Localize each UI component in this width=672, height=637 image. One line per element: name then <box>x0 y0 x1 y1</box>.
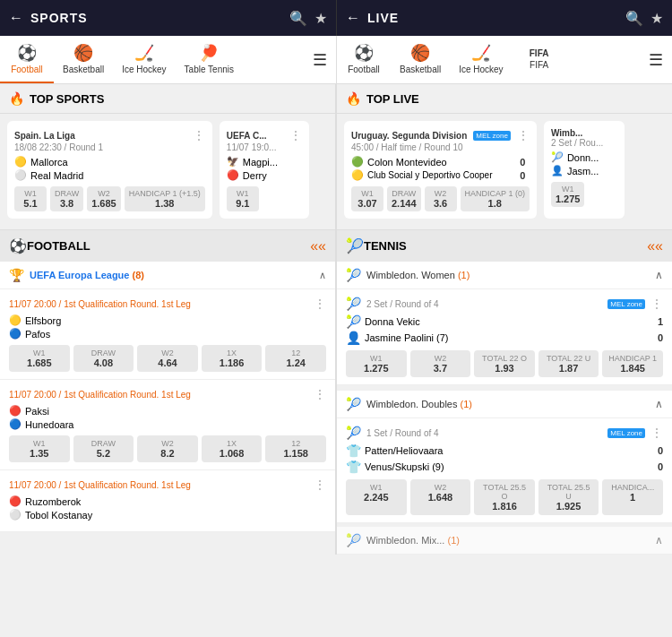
league-row-uefa[interactable]: 🏆 UEFA Europa League (8) ∧ <box>0 262 335 289</box>
tab-live-football[interactable]: ⚽ Football <box>337 36 391 83</box>
top-sports-card-1: Spain. La Liga ⋮ 18/08 22:30 / Round 1 🟡… <box>7 121 212 219</box>
odd-w1[interactable]: W1 2.245 <box>346 479 407 515</box>
fire-icon: 🔥 <box>9 91 24 106</box>
top-sports-card1-team1: 🟡 Mallorca <box>14 156 205 168</box>
odd-draw[interactable]: DRAW 5.2 <box>73 435 134 462</box>
top-sports-header: 🔥 TOP SPORTS <box>0 84 335 114</box>
top-sports-cards: Spain. La Liga ⋮ 18/08 22:30 / Round 1 🟡… <box>0 114 335 226</box>
football-collapse-icon[interactable]: «« <box>310 238 326 254</box>
tab-sports-basketball[interactable]: 🏀 Basketball <box>54 36 113 83</box>
tab-sports-tabletennis[interactable]: 🏓 Table Tennis <box>176 36 243 83</box>
top-live-card-1: Uruguay. Segunda Division MEL zone ⋮ 45:… <box>344 121 537 219</box>
top-live-card1-dots[interactable]: ⋮ <box>517 128 530 142</box>
odd-w1[interactable]: W1 1.275 <box>346 350 407 377</box>
fifa-icon: FIFA <box>530 48 549 58</box>
jasmine-icon: 👤 <box>551 165 564 176</box>
top-live-card2-odds: W1 1.275 <box>551 182 617 207</box>
match-row-ruzomberok: 11/07 20:00 / 1st Qualification Round. 1… <box>0 470 335 532</box>
odd-total22o[interactable]: TOTAL 22 O 1.93 <box>474 350 535 377</box>
odd-12[interactable]: 12 1.158 <box>265 435 326 462</box>
top-live-cards: Uruguay. Segunda Division MEL zone ⋮ 45:… <box>337 114 672 226</box>
top-sports-card2-dots[interactable]: ⋮ <box>289 128 302 142</box>
top-live-title: TOP LIVE <box>366 92 419 106</box>
tab-sports-icehockey[interactable]: 🏒 Ice Hockey <box>113 36 175 83</box>
wimbledon-mixed-header: 🎾 Wimbledon. Mix... (1) ∧ <box>337 527 672 555</box>
league-chevron-uefa[interactable]: ∧ <box>319 270 326 281</box>
tab-sports-football[interactable]: ⚽ Football <box>0 36 54 83</box>
odd-box-handicap[interactable]: HANDICAP 1 (+1.5) 1.38 <box>125 186 205 211</box>
odd-w2[interactable]: W2 3.7 <box>410 350 471 377</box>
patten-icon: 👕 <box>346 443 361 458</box>
mel-zone-badge-3: MEL zone <box>607 428 645 438</box>
match-row-paksi-header: 11/07 20:00 / 1st Qualification Round. 1… <box>9 387 326 401</box>
odd-handicap-doubles[interactable]: HANDICA... 1 <box>602 479 663 515</box>
live-search-icon[interactable]: 🔍 <box>625 10 643 27</box>
odd-1x[interactable]: 1X 1.186 <box>202 345 263 372</box>
team-row-pafos: 🔵 Pafos <box>9 328 326 340</box>
odd-box-w1[interactable]: W1 9.1 <box>227 186 259 211</box>
wimbledon-mixed-chevron[interactable]: ∧ <box>655 534 663 547</box>
sports-back-arrow[interactable]: ← <box>9 10 23 26</box>
live-back-arrow[interactable]: ← <box>346 10 360 26</box>
tennis-section-header: 🎾 TENNIS «« <box>337 229 672 262</box>
odd-box[interactable]: W1 5.1 <box>14 186 47 211</box>
odd-handicap1[interactable]: HANDICAP 1 1.845 <box>602 350 663 377</box>
odd-box-w1[interactable]: W1 1.275 <box>551 182 585 207</box>
odd-12[interactable]: 12 1.24 <box>265 345 326 372</box>
football-icon: ⚽ <box>17 43 37 63</box>
team-row-elfsborg: 🟡 Elfsborg <box>9 314 326 326</box>
live-match-patten-dots[interactable]: ⋮ <box>650 426 663 440</box>
wimbledon-women-chevron[interactable]: ∧ <box>655 269 663 281</box>
odd-w2[interactable]: W2 8.2 <box>137 435 198 462</box>
match-time-ruzomberok: 11/07 20:00 / 1st Qualification Round. 1… <box>9 480 314 490</box>
match-row-elfsborg: 11/07 20:00 / 1st Qualification Round. 1… <box>0 289 335 380</box>
odd-box[interactable]: W1 3.07 <box>351 186 383 211</box>
tab-live-fifa[interactable]: FIFA FIFA <box>513 41 566 79</box>
live-team-patten: 👕 Patten/Heliovaara 0 <box>346 443 663 458</box>
live-match-donna-dots[interactable]: ⋮ <box>650 297 663 311</box>
odd-total255o[interactable]: TOTAL 25.5 O 1.816 <box>474 479 535 515</box>
top-sports-card1-dots[interactable]: ⋮ <box>193 128 205 142</box>
odd-total255u[interactable]: TOTAL 25.5 U 1.925 <box>538 479 599 515</box>
live-icehockey-icon: 🏒 <box>471 43 491 63</box>
sports-tabs-menu[interactable]: ☰ <box>304 50 336 70</box>
live-tab-group: ⚽ Football 🏀 Basketball 🏒 Ice Hockey FIF… <box>336 36 672 83</box>
odd-box[interactable]: W2 3.6 <box>425 186 457 211</box>
match-dots-ruzomberok[interactable]: ⋮ <box>314 478 326 492</box>
match-dots-elfsborg[interactable]: ⋮ <box>314 297 326 311</box>
live-team-donna: 🎾 Donna Vekic 1 <box>346 314 663 329</box>
top-sports-card2-odds: W1 9.1 <box>227 186 302 211</box>
tennis-ball-icon: 🎾 <box>346 237 364 254</box>
tobol-icon: ⚪ <box>9 509 22 521</box>
live-star-icon[interactable]: ★ <box>650 10 663 27</box>
odd-w2[interactable]: W2 1.648 <box>410 479 471 515</box>
derry-icon: 🔴 <box>227 169 239 181</box>
donna-icon: 🎾 <box>551 151 564 163</box>
odd-1x[interactable]: 1X 1.068 <box>202 435 263 462</box>
sports-search-icon[interactable]: 🔍 <box>289 10 307 27</box>
sports-panel: 🔥 TOP SPORTS Spain. La Liga ⋮ 18/08 22:3… <box>0 84 336 555</box>
odd-w1[interactable]: W1 1.685 <box>9 345 70 372</box>
odd-box[interactable]: DRAW 3.8 <box>50 186 83 211</box>
wimbledon-women-title: Wimbledon. Women (1) <box>366 270 655 280</box>
top-sports-card2-league: UEFA C... <box>227 131 267 141</box>
odd-w1[interactable]: W1 1.35 <box>9 435 70 462</box>
odd-box[interactable]: DRAW 2.144 <box>387 186 421 211</box>
live-team-jasmine: 👤 Jasmine Paolini (7) 0 <box>346 331 663 345</box>
tab-live-basketball[interactable]: 🏀 Basketball <box>391 36 450 83</box>
odd-w2[interactable]: W2 4.64 <box>137 345 198 372</box>
tab-live-icehockey[interactable]: 🏒 Ice Hockey <box>450 36 512 83</box>
wimbledon-doubles-chevron[interactable]: ∧ <box>655 398 663 410</box>
live-tabs-menu[interactable]: ☰ <box>640 50 672 70</box>
tab-live-basketball-label: Basketball <box>400 65 441 74</box>
odd-box-handicap[interactable]: HANDICAP 1 (0) 1.8 <box>461 186 530 211</box>
odd-box[interactable]: W2 1.685 <box>87 186 121 211</box>
odd-draw[interactable]: DRAW 4.08 <box>73 345 134 372</box>
match-odds-elfsborg: W1 1.685 DRAW 4.08 W2 4.64 1X 1.186 12 <box>9 345 326 372</box>
tennis-collapse-icon[interactable]: «« <box>647 238 663 254</box>
odd-total22u[interactable]: TOTAL 22 U 1.87 <box>538 350 599 377</box>
team-row-paksi: 🔴 Paksi <box>9 405 326 417</box>
match-dots-paksi[interactable]: ⋮ <box>314 387 326 401</box>
sports-star-icon[interactable]: ★ <box>314 10 327 27</box>
sports-bar: ← SPORTS 🔍 ★ <box>0 0 336 36</box>
